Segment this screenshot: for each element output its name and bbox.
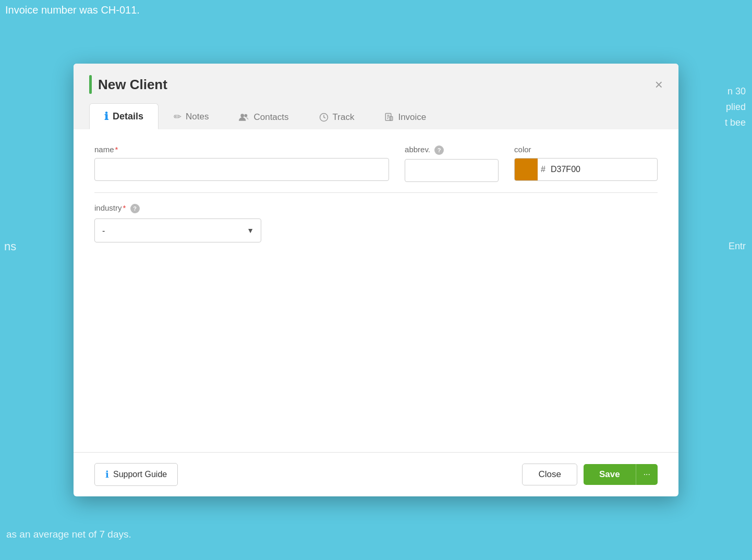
color-label: color	[514, 145, 658, 154]
tab-contacts-label: Contacts	[253, 112, 288, 123]
new-client-modal: New Client × ℹ Details ✏ Notes	[74, 64, 678, 496]
contacts-icon	[239, 113, 249, 122]
color-swatch[interactable]	[515, 158, 538, 181]
modal-close-button[interactable]: ×	[655, 78, 663, 101]
tab-invoice[interactable]: Invoice	[369, 105, 441, 129]
divider-1	[94, 192, 658, 193]
save-btn-group: Save ···	[584, 464, 658, 485]
color-input-wrapper[interactable]: #	[514, 158, 658, 181]
svg-point-0	[241, 114, 245, 117]
save-more-button[interactable]: ···	[636, 464, 658, 485]
clock-icon	[319, 113, 329, 122]
tabs-container: ℹ Details ✏ Notes Contacts	[74, 103, 678, 129]
tab-details-label: Details	[113, 111, 143, 122]
abbrev-label: abbrev. ?	[405, 145, 499, 155]
support-info-icon: ℹ	[105, 469, 109, 480]
name-required-star: *	[115, 145, 118, 154]
tab-notes-label: Notes	[186, 112, 209, 122]
color-group: color #	[514, 145, 658, 181]
support-guide-button[interactable]: ℹ Support Guide	[94, 463, 178, 486]
modal-title-bar	[89, 75, 92, 94]
pencil-icon: ✏	[174, 111, 181, 123]
industry-section: industry* ? - Technology Healthcare Fina…	[94, 203, 658, 242]
tab-track-label: Track	[333, 112, 355, 123]
abbrev-group: abbrev. ?	[405, 145, 499, 182]
tab-track[interactable]: Track	[304, 105, 370, 129]
abbrev-input[interactable]	[405, 159, 499, 182]
modal-title-area: New Client	[89, 75, 167, 103]
tab-notes[interactable]: ✏ Notes	[159, 104, 224, 129]
tab-details[interactable]: ℹ Details	[89, 103, 159, 129]
info-icon: ℹ	[104, 110, 108, 123]
tab-invoice-label: Invoice	[398, 112, 426, 123]
modal-title: New Client	[98, 77, 167, 93]
modal-body: name* abbrev. ? color #	[74, 129, 678, 452]
color-hash: #	[538, 165, 549, 174]
name-label: name*	[94, 145, 389, 154]
industry-help-icon[interactable]: ?	[130, 204, 140, 213]
modal-footer: ℹ Support Guide Close Save ···	[74, 452, 678, 496]
name-input[interactable]	[94, 158, 389, 181]
color-value-input[interactable]	[549, 165, 657, 174]
footer-right: Close Save ···	[522, 464, 658, 485]
tab-contacts[interactable]: Contacts	[224, 105, 304, 129]
industry-label: industry* ?	[94, 203, 658, 213]
name-group: name*	[94, 145, 389, 181]
industry-required-star: *	[123, 203, 126, 212]
save-button[interactable]: Save	[584, 464, 636, 485]
form-row-name: name* abbrev. ? color #	[94, 145, 658, 182]
svg-point-1	[245, 114, 248, 117]
close-button[interactable]: Close	[522, 464, 577, 485]
industry-select-wrapper: - Technology Healthcare Finance Retail M…	[94, 218, 261, 242]
invoice-icon	[384, 113, 394, 122]
industry-select[interactable]: - Technology Healthcare Finance Retail M…	[94, 218, 261, 242]
support-guide-label: Support Guide	[113, 470, 167, 479]
modal-overlay: New Client × ℹ Details ✏ Notes	[0, 0, 752, 560]
abbrev-help-icon[interactable]: ?	[434, 145, 444, 155]
modal-header: New Client ×	[74, 64, 678, 103]
